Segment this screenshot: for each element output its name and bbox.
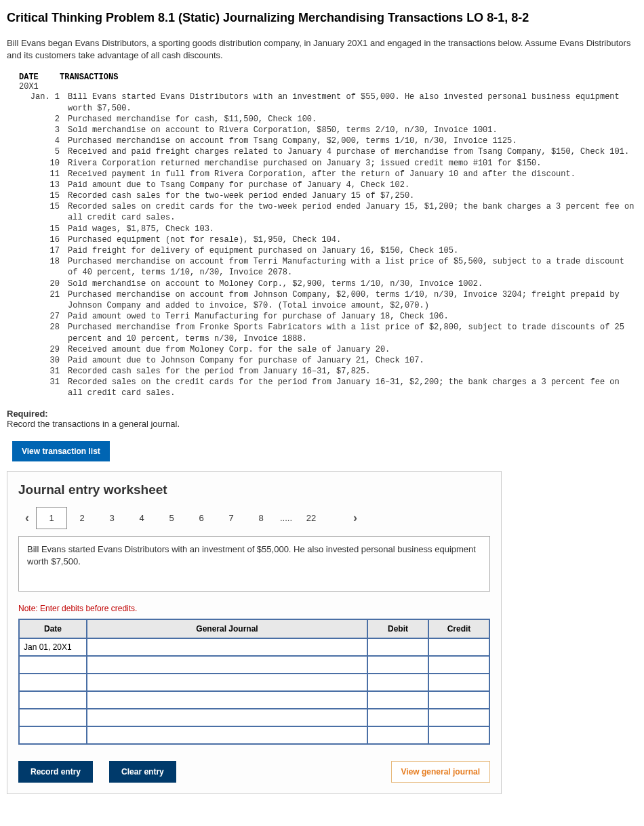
tx-date: 16 [19, 234, 68, 245]
credit-input[interactable] [430, 711, 487, 724]
tx-text: Recorded cash sales for the period from … [68, 366, 637, 377]
transaction-row: 15Recorded cash sales for the two-week p… [19, 190, 637, 201]
tx-date: 2 [19, 114, 68, 125]
tx-date: 18 [19, 256, 68, 278]
transaction-row: 15Paid wages, $1,875, Check 103. [19, 224, 637, 234]
transaction-row: 4Purchased merchandise on account from T… [19, 136, 637, 146]
debit-input[interactable] [369, 659, 426, 671]
account-input[interactable] [89, 641, 365, 653]
tx-date: 28 [19, 322, 68, 344]
date-input[interactable] [21, 729, 85, 741]
table-row [19, 674, 489, 691]
tx-date: 11 [19, 169, 68, 180]
tx-text: Paid amount due to Johnson Company for p… [68, 355, 637, 366]
debit-input[interactable] [369, 694, 426, 706]
account-input[interactable] [89, 659, 365, 671]
transaction-row: 30Paid amount due to Johnson Company for… [19, 355, 637, 366]
credit-input[interactable] [430, 694, 487, 706]
credit-input[interactable] [430, 676, 487, 688]
table-row [19, 709, 489, 726]
transaction-row: 2Purchased merchandise for cash, $11,500… [19, 114, 637, 125]
view-transaction-list-button[interactable]: View transaction list [12, 441, 110, 461]
debit-input[interactable] [369, 676, 426, 688]
pager-page[interactable]: 8 [246, 508, 276, 529]
transaction-row: 10Rivera Corporation returned merchandis… [19, 158, 637, 169]
credit-input[interactable] [430, 641, 487, 653]
transactions-list: Jan. 1Bill Evans started Evans Distribut… [7, 91, 637, 398]
credit-input[interactable] [430, 729, 487, 741]
clear-entry-button[interactable]: Clear entry [109, 761, 176, 783]
pager-page[interactable]: 3 [97, 508, 127, 529]
pager-page[interactable]: 2 [67, 508, 97, 529]
th-date: Date [19, 619, 87, 638]
tx-date: 10 [19, 158, 68, 169]
table-row [19, 726, 489, 744]
th-general-journal: General Journal [87, 619, 367, 638]
tx-date: 31 [19, 377, 68, 398]
tx-date: 15 [19, 190, 68, 201]
required-text: Record the transactions in a general jou… [7, 419, 637, 429]
debit-input[interactable] [369, 641, 426, 653]
tx-text: Paid amount due to Tsang Company for pur… [68, 180, 637, 190]
tx-text: Purchased merchandise for cash, $11,500,… [68, 114, 637, 125]
pager-page[interactable]: 7 [216, 508, 246, 529]
tx-text: Recorded sales on the credit cards for t… [68, 377, 637, 398]
intro-text: Bill Evans began Evans Distributors, a s… [7, 37, 637, 62]
pager-last-page[interactable]: 22 [296, 508, 326, 529]
pager-next-icon[interactable]: › [346, 508, 364, 528]
transaction-row: 31Recorded cash sales for the period fro… [19, 366, 637, 377]
tx-text: Paid freight for delivery of equipment p… [68, 245, 637, 256]
credit-input[interactable] [430, 659, 487, 671]
pager-page[interactable]: 1 [36, 507, 67, 529]
account-input[interactable] [89, 676, 365, 688]
tx-date: 3 [19, 125, 68, 136]
tx-header: DATE TRANSACTIONS [7, 73, 637, 82]
tx-text: Sold merchandise on account to Rivera Co… [68, 125, 637, 136]
tx-date: 29 [19, 344, 68, 355]
tx-text: Paid amount owed to Terri Manufacturing … [68, 311, 637, 322]
date-input[interactable] [21, 711, 85, 724]
pager-prev-icon[interactable]: ‹ [18, 508, 36, 528]
transaction-row: 13Paid amount due to Tsang Company for p… [19, 180, 637, 190]
date-input[interactable] [21, 641, 85, 653]
tx-date: 21 [19, 289, 68, 311]
tx-text: Purchased equipment (not for resale), $1… [68, 234, 637, 245]
worksheet-panel: Journal entry worksheet ‹ 12345678 .....… [7, 471, 502, 794]
tx-date: 13 [19, 180, 68, 190]
th-date: DATE [19, 73, 60, 82]
th-transactions: TRANSACTIONS [60, 73, 118, 82]
tx-date: 5 [19, 146, 68, 157]
tx-text: Sold merchandise on account to Moloney C… [68, 278, 637, 289]
debit-input[interactable] [369, 711, 426, 724]
tx-text: Purchased merchandise on account from Ts… [68, 136, 637, 146]
pager-ellipsis: ..... [276, 508, 296, 529]
account-input[interactable] [89, 729, 365, 741]
th-debit: Debit [367, 619, 428, 638]
transaction-row: 5Received and paid freight charges relat… [19, 146, 637, 157]
account-input[interactable] [89, 694, 365, 706]
transaction-row: 21Purchased merchandise on account from … [19, 289, 637, 311]
transaction-row: 16Purchased equipment (not for resale), … [19, 234, 637, 245]
tx-date: 4 [19, 136, 68, 146]
transaction-row: 11Received payment in full from Rivera C… [19, 169, 637, 180]
transaction-row: 29Received amount due from Moloney Corp.… [19, 344, 637, 355]
view-general-journal-button[interactable]: View general journal [391, 761, 490, 783]
transaction-row: 17Paid freight for delivery of equipment… [19, 245, 637, 256]
date-input[interactable] [21, 676, 85, 688]
year-label: 20X1 [7, 82, 637, 91]
date-input[interactable] [21, 659, 85, 671]
pager-page[interactable]: 6 [186, 508, 216, 529]
table-row [19, 691, 489, 709]
transaction-row: Jan. 1Bill Evans started Evans Distribut… [19, 91, 637, 113]
record-entry-button[interactable]: Record entry [18, 761, 93, 783]
transaction-row: 28Purchased merchandise from Fronke Spor… [19, 322, 637, 344]
transaction-row: 15Recorded sales on credit cards for the… [19, 201, 637, 223]
transaction-row: 20Sold merchandise on account to Moloney… [19, 278, 637, 289]
pager-page[interactable]: 4 [127, 508, 157, 529]
tx-text: Purchased merchandise on account from Jo… [68, 289, 637, 311]
account-input[interactable] [89, 711, 365, 724]
pager-page[interactable]: 5 [157, 508, 186, 529]
tx-date: 15 [19, 224, 68, 234]
debit-input[interactable] [369, 729, 426, 741]
date-input[interactable] [21, 694, 85, 706]
